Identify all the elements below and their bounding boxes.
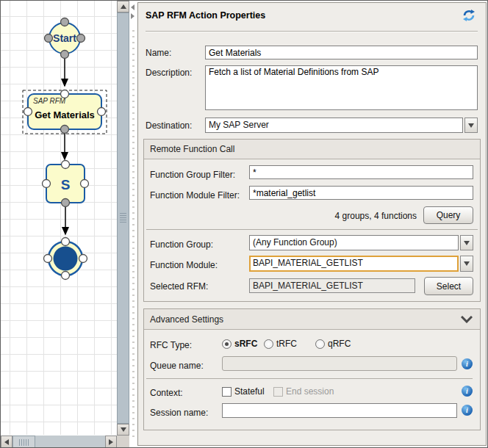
collapse-left-icon[interactable] [131,4,134,10]
query-button[interactable]: Query [423,206,473,224]
panel-title: SAP RFM Action Properties [146,10,265,21]
function-module-dropdown-button[interactable] [460,256,473,272]
action-node-type-label: SAP RFM [33,97,66,105]
checkbox-disabled-icon [273,387,283,397]
radio-srfc-label: sRFC [234,339,257,349]
advanced-section-header[interactable]: Advanced Settings [144,309,480,330]
radio-srfc[interactable]: sRFC [222,339,257,349]
function-group-filter-label: Function Group Filter: [150,170,235,180]
radio-qrfc[interactable]: qRFC [315,339,351,349]
stateful-label: Stateful [234,386,265,397]
destination-value: My SAP Server [205,118,463,133]
panel-splitter[interactable] [130,1,137,448]
workflow-diagram: Start SAP RFM Get Materials [1,1,117,435]
chevron-down-icon [464,241,470,245]
properties-panel: SAP RFM Action Properties Name: Descript… [137,2,487,446]
arrow-right-icon [109,439,113,445]
rfc-type-label: RFC Type: [150,340,192,350]
app-window: Start SAP RFM Get Materials [0,0,488,448]
arrow-up-icon [121,4,126,9]
title-separator [146,31,478,32]
destination-label: Destination: [146,120,192,131]
splitter-texture [132,26,134,437]
selected-rfm-field: BAPI_MATERIAL_GETLIST [249,278,415,293]
info-icon[interactable]: i [462,405,473,416]
arrow-left-icon [4,439,9,445]
script-node-label: S [61,177,71,192]
canvas-horizontal-scrollbar[interactable] [1,436,117,448]
function-module-filter-label: Function Module Filter: [150,190,240,200]
end-node[interactable] [44,238,87,280]
scroll-grip-icon [120,213,126,223]
canvas-vertical-scrollbar[interactable] [117,1,129,436]
rfc-section-title: Remote Function Call [150,144,234,154]
workflow-canvas[interactable]: Start SAP RFM Get Materials [1,1,117,435]
sap-rfm-action-node[interactable]: SAP RFM Get Materials [23,90,107,134]
action-node-label: Get Materials [35,109,95,120]
function-module-filter-input[interactable] [249,186,473,200]
info-icon[interactable]: i [462,358,473,369]
scroll-up-button[interactable] [117,1,129,12]
radio-trfc[interactable]: tRFC [264,339,297,349]
end-session-checkbox-group: End session [273,386,334,397]
stateful-checkbox-group[interactable]: Stateful [222,386,265,397]
query-status-text: 4 groups, 4 functions [249,211,417,221]
context-label: Context: [150,388,183,398]
session-name-input[interactable] [222,403,457,418]
scroll-right-button[interactable] [105,436,117,448]
scrollbar-corner [117,436,129,448]
collapse-right-icon[interactable] [131,13,134,19]
destination-dropdown-button[interactable] [464,118,478,133]
chevron-down-icon[interactable] [461,316,473,323]
description-label: Description: [146,68,192,78]
function-group-filter-input[interactable] [249,165,473,179]
radio-unselected-icon[interactable] [315,339,325,349]
arrow-down-icon [121,427,126,432]
end-session-label: End session [286,386,334,397]
scroll-down-button[interactable] [117,424,129,436]
function-group-combo[interactable]: (Any Function Group) [249,235,473,250]
radio-qrfc-label: qRFC [328,339,351,349]
name-input[interactable] [205,46,478,59]
start-node[interactable]: Start [45,18,85,59]
selected-rfm-label: Selected RFM: [150,281,208,292]
select-button[interactable]: Select [424,277,473,295]
scroll-grip-icon [19,439,29,446]
vertical-scroll-thumb[interactable] [117,12,129,424]
advanced-inner-separator [146,378,473,379]
chevron-down-icon [464,261,470,266]
rfc-inner-separator [146,229,478,230]
function-group-dropdown-button[interactable] [460,235,473,250]
description-textarea[interactable]: Fetch a list of Material Definitions fro… [205,65,478,110]
queue-name-input [222,356,457,371]
start-node-label: Start [53,32,76,44]
radio-selected-icon[interactable] [222,339,232,349]
destination-combo[interactable]: My SAP Server [205,118,478,133]
radio-trfc-label: tRFC [276,339,297,349]
name-label: Name: [146,48,171,58]
advanced-section-title: Advanced Settings [150,314,223,325]
rfc-section-header: Remote Function Call [144,140,480,159]
sync-refresh-icon[interactable] [462,9,476,22]
info-icon[interactable]: i [462,386,473,397]
radio-unselected-icon[interactable] [264,339,273,349]
function-module-combo[interactable]: BAPI_MATERIAL_GETLIST [249,256,473,272]
checkbox-icon[interactable] [222,387,232,397]
function-group-label: Function Group: [150,239,213,250]
function-group-value: (Any Function Group) [249,235,459,250]
script-node[interactable]: S [43,161,89,207]
horizontal-scroll-thumb[interactable] [12,436,35,448]
function-module-label: Function Module: [150,260,218,270]
chevron-down-icon [468,123,474,128]
function-module-value: BAPI_MATERIAL_GETLIST [249,256,459,272]
scroll-left-button[interactable] [1,436,12,448]
session-name-label: Session name: [150,408,208,418]
queue-name-label: Queue name: [150,361,204,371]
